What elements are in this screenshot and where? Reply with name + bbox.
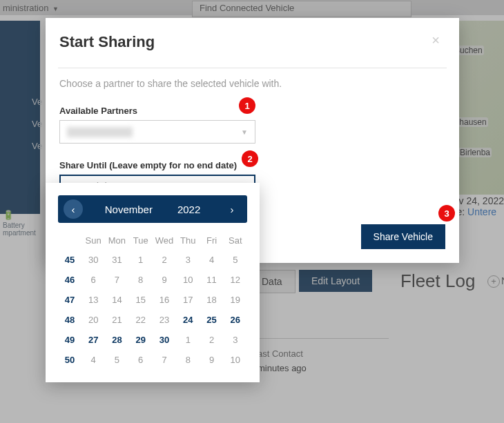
redacted-value bbox=[67, 127, 133, 137]
datepicker-day[interactable]: 19 bbox=[224, 290, 247, 310]
datepicker-day[interactable]: 7 bbox=[105, 270, 128, 290]
datepicker-week-number: 49 bbox=[58, 330, 81, 350]
datepicker-day[interactable]: 3 bbox=[224, 330, 247, 350]
datepicker-day[interactable]: 22 bbox=[129, 310, 153, 330]
datepicker-day[interactable]: 4 bbox=[81, 350, 105, 370]
datepicker-week-number: 47 bbox=[58, 290, 81, 310]
datepicker-day[interactable]: 24 bbox=[176, 310, 200, 330]
datepicker-blank bbox=[58, 231, 81, 250]
annotation-marker-2: 2 bbox=[242, 150, 258, 167]
datepicker-day[interactable]: 20 bbox=[81, 310, 105, 330]
datepicker-week-number: 48 bbox=[58, 310, 81, 330]
prev-month-button[interactable]: ‹ bbox=[64, 199, 83, 219]
datepicker-day[interactable]: 25 bbox=[200, 310, 223, 330]
datepicker-day[interactable]: 10 bbox=[224, 350, 247, 370]
datepicker-day[interactable]: 31 bbox=[105, 250, 128, 270]
datepicker-day[interactable]: 17 bbox=[176, 290, 200, 310]
datepicker-day[interactable]: 11 bbox=[200, 270, 223, 290]
datepicker-grid: SunMonTueWedThuFriSat4530311234546678910… bbox=[58, 231, 247, 370]
datepicker: ‹ November 2022 › SunMonTueWedThuFriSat4… bbox=[46, 183, 260, 382]
datepicker-dow: Wed bbox=[153, 231, 176, 250]
datepicker-dow: Fri bbox=[200, 231, 223, 250]
datepicker-day[interactable]: 30 bbox=[153, 330, 176, 350]
datepicker-week-number: 46 bbox=[58, 270, 81, 290]
datepicker-day[interactable]: 7 bbox=[153, 350, 176, 370]
share-vehicle-button[interactable]: Share Vehicle bbox=[361, 224, 445, 249]
datepicker-year[interactable]: 2022 bbox=[177, 204, 200, 215]
chevron-down-icon: ▼ bbox=[241, 128, 248, 136]
available-partners-select[interactable]: ▼ bbox=[59, 120, 255, 144]
datepicker-day[interactable]: 21 bbox=[105, 310, 128, 330]
datepicker-day[interactable]: 23 bbox=[153, 310, 176, 330]
datepicker-day[interactable]: 16 bbox=[153, 290, 176, 310]
datepicker-day[interactable]: 28 bbox=[105, 330, 128, 350]
datepicker-day[interactable]: 5 bbox=[224, 250, 247, 270]
next-month-button[interactable]: › bbox=[222, 199, 242, 219]
datepicker-day[interactable]: 26 bbox=[224, 310, 247, 330]
datepicker-day[interactable]: 1 bbox=[129, 250, 153, 270]
datepicker-day[interactable]: 4 bbox=[200, 250, 223, 270]
datepicker-month[interactable]: November bbox=[105, 204, 153, 215]
datepicker-day[interactable]: 1 bbox=[176, 330, 200, 350]
datepicker-day[interactable]: 6 bbox=[129, 350, 153, 370]
datepicker-day[interactable]: 14 bbox=[105, 290, 128, 310]
datepicker-day[interactable]: 29 bbox=[129, 330, 153, 350]
datepicker-day[interactable]: 15 bbox=[129, 290, 153, 310]
datepicker-day[interactable]: 2 bbox=[200, 330, 223, 350]
datepicker-day[interactable]: 2 bbox=[153, 250, 176, 270]
datepicker-dow: Tue bbox=[129, 231, 153, 250]
close-icon[interactable]: × bbox=[432, 33, 440, 47]
datepicker-day[interactable]: 9 bbox=[200, 350, 223, 370]
datepicker-day[interactable]: 8 bbox=[176, 350, 200, 370]
datepicker-day[interactable]: 30 bbox=[81, 250, 105, 270]
datepicker-dow: Sun bbox=[81, 231, 105, 250]
datepicker-day[interactable]: 3 bbox=[176, 250, 200, 270]
datepicker-day[interactable]: 12 bbox=[224, 270, 247, 290]
annotation-marker-1: 1 bbox=[239, 97, 255, 114]
datepicker-dow: Thu bbox=[176, 231, 200, 250]
datepicker-day[interactable]: 18 bbox=[200, 290, 223, 310]
datepicker-week-number: 45 bbox=[58, 250, 81, 270]
datepicker-day[interactable]: 13 bbox=[81, 290, 105, 310]
datepicker-day[interactable]: 5 bbox=[105, 350, 128, 370]
datepicker-week-number: 50 bbox=[58, 350, 81, 370]
modal-title: Start Sharing bbox=[59, 33, 155, 51]
datepicker-day[interactable]: 6 bbox=[81, 270, 105, 290]
annotation-marker-3: 3 bbox=[438, 205, 455, 222]
datepicker-day[interactable]: 10 bbox=[176, 270, 200, 290]
datepicker-dow: Mon bbox=[105, 231, 128, 250]
datepicker-day[interactable]: 8 bbox=[129, 270, 153, 290]
datepicker-header: ‹ November 2022 › bbox=[58, 195, 247, 223]
datepicker-day[interactable]: 9 bbox=[153, 270, 176, 290]
datepicker-day[interactable]: 27 bbox=[81, 330, 105, 350]
datepicker-dow: Sat bbox=[224, 231, 247, 250]
